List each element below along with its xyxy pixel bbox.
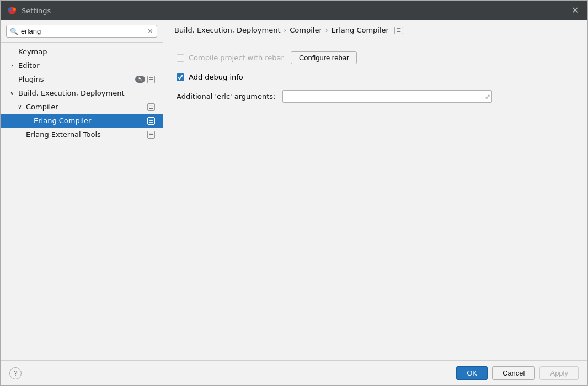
plugins-badge: 5 xyxy=(135,76,145,83)
breadcrumb-sep-2: › xyxy=(325,27,328,34)
ok-button[interactable]: OK xyxy=(456,366,488,380)
sidebar-item-plugins[interactable]: Plugins 5 ☰ xyxy=(1,72,163,86)
footer: ? OK Cancel Apply xyxy=(1,360,587,385)
compile-rebar-label[interactable]: Compile project with rebar xyxy=(177,54,284,62)
sidebar-item-label: Erlang External Tools xyxy=(26,130,145,139)
app-icon xyxy=(7,6,17,15)
breadcrumb-item-2: Compiler xyxy=(290,26,322,34)
settings-content: Compile project with rebar Configure reb… xyxy=(163,40,587,360)
additional-erlc-row: Additional 'erlc' arguments: ⤢ xyxy=(177,90,574,103)
configure-rebar-button[interactable]: Configure rebar xyxy=(291,51,357,64)
compile-rebar-row: Compile project with rebar Configure reb… xyxy=(177,51,574,64)
sidebar-item-keymap[interactable]: Keymap xyxy=(1,45,163,59)
search-icon: 🔍 xyxy=(10,28,18,35)
content-area: 🔍 ✕ Keymap › Editor P xyxy=(1,20,587,360)
sidebar-item-editor[interactable]: › Editor xyxy=(1,59,163,72)
sidebar-item-label: Compiler xyxy=(26,103,145,111)
breadcrumb: Build, Execution, Deployment › Compiler … xyxy=(163,20,587,40)
compile-rebar-checkbox[interactable] xyxy=(177,54,184,62)
nav-tree: Keymap › Editor Plugins 5 ☰ ∨ Build, E xyxy=(1,43,163,360)
sidebar-item-erlang-external-tools[interactable]: Erlang External Tools ☰ xyxy=(1,128,163,141)
add-debug-info-text: Add debug info xyxy=(189,73,243,81)
main-panel: Build, Execution, Deployment › Compiler … xyxy=(163,20,587,360)
chevron-icon: › xyxy=(8,62,16,68)
footer-right: OK Cancel Apply xyxy=(456,366,579,380)
sidebar-item-label: Editor xyxy=(18,61,155,70)
sidebar-item-erlang-compiler[interactable]: Erlang Compiler ☰ xyxy=(1,114,163,128)
chevron-down-icon: ∨ xyxy=(8,90,16,96)
sidebar-item-label: Keymap xyxy=(18,47,155,56)
breadcrumb-expand-button[interactable]: ☰ xyxy=(394,27,403,34)
breadcrumb-item-1: Build, Execution, Deployment xyxy=(174,26,280,34)
sidebar-item-build-exec-deploy[interactable]: ∨ Build, Execution, Deployment xyxy=(1,86,163,100)
add-debug-info-checkbox[interactable] xyxy=(177,73,184,81)
add-debug-info-row: Add debug info xyxy=(177,73,574,81)
svg-point-1 xyxy=(8,8,12,11)
settings-dialog: Settings ✕ 🔍 ✕ Keymap › xyxy=(0,0,588,386)
sidebar: 🔍 ✕ Keymap › Editor P xyxy=(1,20,163,360)
additional-erlc-label: Additional 'erlc' arguments: xyxy=(177,92,276,101)
svg-point-2 xyxy=(13,8,16,11)
add-debug-info-label[interactable]: Add debug info xyxy=(177,73,243,81)
breadcrumb-sep-1: › xyxy=(284,27,286,34)
search-input[interactable] xyxy=(21,27,145,35)
cancel-button[interactable]: Cancel xyxy=(492,366,535,380)
expand-field-button[interactable]: ⤢ xyxy=(485,93,490,101)
dialog-title: Settings xyxy=(22,7,51,15)
additional-erlc-input[interactable] xyxy=(282,90,492,103)
breadcrumb-item-3: Erlang Compiler xyxy=(332,26,389,34)
compile-rebar-text: Compile project with rebar xyxy=(189,54,284,62)
settings-icon: ☰ xyxy=(147,117,155,125)
clear-search-button[interactable]: ✕ xyxy=(147,28,153,35)
sidebar-item-label: Build, Execution, Deployment xyxy=(18,89,155,97)
search-box: 🔍 ✕ xyxy=(1,20,163,43)
close-button[interactable]: ✕ xyxy=(569,5,581,16)
sidebar-item-label: Erlang Compiler xyxy=(34,117,145,125)
search-wrapper: 🔍 ✕ xyxy=(6,25,157,38)
footer-left: ? xyxy=(9,367,22,379)
apply-button[interactable]: Apply xyxy=(539,366,579,380)
help-button[interactable]: ? xyxy=(9,367,22,379)
settings-icon: ☰ xyxy=(147,131,155,139)
title-bar-left: Settings xyxy=(7,6,51,15)
additional-erlc-input-wrapper: ⤢ xyxy=(282,90,492,103)
title-bar: Settings ✕ xyxy=(1,1,587,20)
chevron-down-icon: ∨ xyxy=(16,104,24,110)
sidebar-item-compiler[interactable]: ∨ Compiler ☰ xyxy=(1,100,163,114)
settings-icon: ☰ xyxy=(147,76,155,83)
sidebar-item-label: Plugins xyxy=(18,75,133,83)
settings-icon: ☰ xyxy=(147,103,155,111)
